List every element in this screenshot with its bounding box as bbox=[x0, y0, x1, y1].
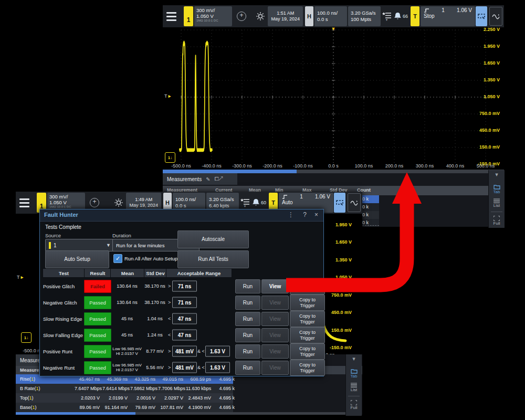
waveform-display bbox=[163, 27, 504, 163]
channel-ground-marker[interactable]: 1↓ bbox=[165, 152, 175, 163]
measurement-value: 4.695 k bbox=[214, 376, 235, 382]
acquisition-block[interactable]: 3.20 GSa/s 100 Mpts bbox=[348, 6, 381, 26]
add-channel-button[interactable]: + bbox=[90, 198, 99, 207]
voltage-tick-label: 750.0 mV bbox=[479, 111, 500, 116]
annotation-arrow bbox=[273, 165, 430, 297]
run-button[interactable]: Run bbox=[235, 361, 260, 375]
timebase-block[interactable]: 100.0 ns/ 0.0 s bbox=[314, 6, 347, 26]
limit-input[interactable]: 47 ns bbox=[172, 329, 197, 340]
folder-icon bbox=[351, 369, 358, 374]
comparison-operator: > bbox=[168, 300, 171, 305]
auto-setup-button[interactable]: Auto Setup bbox=[45, 250, 109, 268]
timebase-delay: 0.0 s bbox=[317, 16, 344, 23]
limit-input[interactable]: 481 mV bbox=[172, 362, 197, 373]
view-button[interactable]: View bbox=[261, 361, 289, 375]
menu-hamburger-icon[interactable] bbox=[163, 5, 182, 27]
scrollbar-thumb[interactable] bbox=[16, 412, 135, 415]
run-button[interactable]: Run bbox=[235, 344, 260, 359]
limit-input[interactable]: 71 ns bbox=[172, 280, 197, 291]
source-dropdown[interactable]: 1 ▼ bbox=[45, 239, 114, 251]
clock-block[interactable]: 1:51 AM May 19, 2024 bbox=[268, 6, 303, 26]
sample-rate: 3.20 GSa/s bbox=[209, 196, 236, 203]
test-name: Positive Glitch bbox=[43, 283, 75, 289]
sidebar-list-button[interactable]: List bbox=[494, 198, 500, 208]
menu-hamburger-icon[interactable] bbox=[16, 192, 35, 214]
copy-to-trigger-button[interactable]: Copy to Trigger bbox=[290, 343, 325, 360]
copy-to-trigger-button[interactable]: Copy to Trigger bbox=[290, 311, 325, 327]
measurement-value: 7.6407 Mbps bbox=[75, 386, 100, 391]
measurement-value: 4.695 k bbox=[214, 405, 235, 410]
view-button[interactable]: View bbox=[261, 296, 289, 310]
zoom-cursor-button[interactable] bbox=[476, 6, 487, 26]
view-button[interactable]: View bbox=[261, 328, 289, 342]
stddev-value: 1.24 ns bbox=[143, 332, 167, 337]
voltage-tick-label: 1.050 V bbox=[484, 94, 500, 99]
ground-arrow-icon: ↓ bbox=[26, 335, 28, 340]
edit-pencil-icon[interactable]: ✎ bbox=[206, 176, 210, 182]
measurement-value: 4.695 k bbox=[214, 386, 235, 391]
limit-input[interactable]: 1.63 V bbox=[205, 345, 230, 356]
copy-to-trigger-button[interactable]: Copy to Trigger bbox=[290, 360, 325, 376]
run-button[interactable]: Run bbox=[235, 279, 260, 293]
chevron-down-icon[interactable]: ▾ bbox=[352, 355, 355, 362]
channel-number: 1 bbox=[36, 386, 39, 391]
sidebar-full-button[interactable]: Full bbox=[351, 400, 358, 410]
copy-to-trigger-button[interactable]: Copy to Trigger bbox=[290, 327, 325, 343]
measurement-value: 89.06 mV bbox=[75, 405, 100, 410]
measurement-value: 7.7006 Mbps bbox=[158, 386, 183, 391]
stddev-value: 5.56 mV bbox=[143, 364, 167, 370]
waveform-view-toggle-icon[interactable] bbox=[489, 7, 502, 26]
trigger-level-marker[interactable]: T ▸ bbox=[17, 275, 23, 280]
trigger-level-marker[interactable]: T ▸ bbox=[164, 93, 171, 99]
run-all-tests-button[interactable]: Run All Tests bbox=[177, 250, 249, 268]
limit-input[interactable]: 47 ns bbox=[172, 313, 197, 324]
table-row[interactable]: Top(1)2.0203 V2.0199 V2.0016 V2.0297 V2.… bbox=[16, 393, 233, 403]
source-value: 1 bbox=[54, 243, 57, 248]
view-button[interactable]: View bbox=[261, 312, 289, 326]
channel-1-badge[interactable]: 1 bbox=[184, 6, 193, 26]
export-icon[interactable]: ⧠↗ bbox=[215, 176, 223, 182]
measurement-value: 7.6414 Mbps bbox=[102, 386, 128, 391]
date: May 19, 2024 bbox=[271, 16, 300, 22]
measurements-tab[interactable]: Measurements ✎ ⧠↗ bbox=[163, 173, 237, 185]
chevron-down-icon[interactable]: ▾ bbox=[495, 171, 498, 178]
run-all-after-checkbox[interactable]: ✓ bbox=[113, 254, 122, 263]
horizontal-scrollbar[interactable] bbox=[16, 412, 360, 415]
channel-number: 1 bbox=[29, 395, 32, 401]
sidebar-tab-label: Tab bbox=[494, 190, 500, 194]
copy-to-trigger-button[interactable]: Copy to Trigger bbox=[290, 295, 325, 311]
run-button[interactable]: Run bbox=[235, 296, 260, 310]
run-button[interactable]: Run bbox=[235, 312, 260, 326]
sidebar-list-button[interactable]: List bbox=[351, 383, 357, 392]
run-button[interactable]: Run bbox=[235, 328, 260, 342]
channel-scale: 300 mV/ bbox=[49, 194, 83, 200]
channel-offset: 1.050 V bbox=[196, 13, 230, 19]
stddev-value: 38.170 ns bbox=[143, 283, 167, 288]
display-brightness-icon[interactable] bbox=[256, 6, 265, 26]
view-button[interactable]: View bbox=[261, 344, 289, 359]
measurement-value: 45.369 ns bbox=[102, 376, 128, 382]
dialog-title: Fault Hunter bbox=[44, 212, 78, 218]
table-row[interactable]: Base(1)89.06 mV91.164 mV79.69 mV107.81 m… bbox=[16, 403, 233, 412]
trigger-badge[interactable]: T bbox=[411, 6, 419, 26]
add-channel-button[interactable]: + bbox=[237, 12, 246, 21]
limit-input[interactable]: 1.63 V bbox=[205, 362, 230, 373]
notification-area[interactable]: 66 bbox=[394, 6, 408, 26]
comparison-operator: > bbox=[168, 349, 171, 354]
sidebar-full-button[interactable]: Full bbox=[494, 216, 500, 226]
trigger-block[interactable]: 1 1.06 V Stop bbox=[421, 6, 475, 26]
source-label: Source bbox=[45, 233, 61, 238]
sidebar-tab-button[interactable]: Tab bbox=[351, 369, 358, 379]
limit-input[interactable]: 71 ns bbox=[172, 297, 197, 308]
tools-icon[interactable]: ▾ bbox=[382, 6, 391, 26]
autoscale-button[interactable]: Autoscale bbox=[177, 230, 249, 248]
horizontal-badge[interactable]: H bbox=[305, 6, 313, 26]
measurement-value: 45.467 ns bbox=[75, 376, 100, 382]
measurement-value: 2.0203 V bbox=[75, 395, 100, 401]
sidebar-tab-button[interactable]: Tab bbox=[494, 184, 500, 194]
duration-label: Duration bbox=[112, 233, 131, 238]
channel-settings-block[interactable]: 300 mV/ 1.050 V 1MΩ 10.0:1 DC bbox=[194, 6, 232, 26]
limit-input[interactable]: 481 mV bbox=[172, 345, 197, 356]
channel-ground-marker[interactable]: 1↓ bbox=[21, 332, 32, 343]
table-row[interactable]: B Rate(1)7.6407 Mbps7.6414 Mbps7.5862 Mb… bbox=[16, 384, 233, 393]
